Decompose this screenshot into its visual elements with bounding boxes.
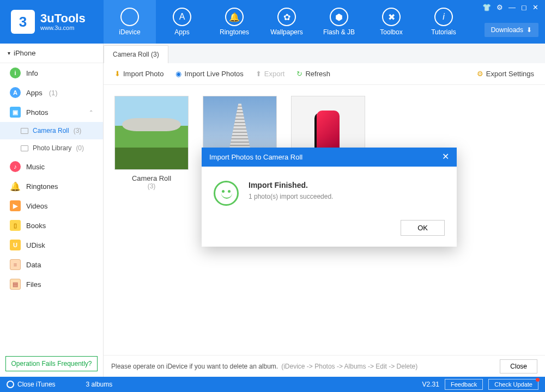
tshirt-icon[interactable]: 👕 xyxy=(482,3,491,11)
nav-flash-jb[interactable]: ⬢Flash & JB xyxy=(313,0,365,44)
folder-icon xyxy=(21,145,28,151)
dialog-heading: Import Finished. xyxy=(249,181,333,189)
book-icon: ▯ xyxy=(10,220,21,231)
apps-icon: A xyxy=(173,8,191,26)
info-icon: i xyxy=(434,8,453,26)
bell-icon: 🔔 xyxy=(225,8,244,26)
import-icon: ⬇ xyxy=(114,70,120,78)
minimize-icon[interactable]: — xyxy=(508,3,516,11)
dialog-close-icon[interactable]: ✕ xyxy=(442,153,449,161)
sidebar-item-data[interactable]: ≡Data xyxy=(0,255,103,274)
sidebar-item-files[interactable]: ▤Files xyxy=(0,274,103,294)
wallpaper-icon: ✿ xyxy=(277,8,296,26)
check-update-button[interactable]: Check Update xyxy=(488,379,538,390)
sidebar: ▾ iPhone iInfo AApps(1) ▣Photos⌃ Camera … xyxy=(0,44,104,377)
info-text: Please operate on iDevice if you want to… xyxy=(111,363,278,370)
import-live-photos-button[interactable]: ◉Import Live Photos xyxy=(171,68,247,80)
app-header: 3 3uTools www.3u.com iDevice AApps 🔔Ring… xyxy=(0,0,545,44)
settings-icon[interactable]: ⚙ xyxy=(496,3,503,11)
maximize-icon[interactable]: ◻ xyxy=(521,3,527,11)
sidebar-item-music[interactable]: ♪Music xyxy=(0,157,103,176)
folder-icon xyxy=(21,128,28,134)
downloads-button[interactable]: Downloads ⬇ xyxy=(485,23,538,37)
data-icon: ≡ xyxy=(10,259,21,270)
status-bar: Close iTunes 3 albums V2.31 Feedback Che… xyxy=(0,377,545,392)
box-icon: ⬢ xyxy=(330,8,348,26)
feedback-button[interactable]: Feedback xyxy=(445,379,483,390)
import-result-dialog: Import Photos to Camera Roll ✕ Import Fi… xyxy=(202,148,457,247)
dialog-message: 1 photo(s) import succeeded. xyxy=(249,193,333,200)
photos-icon: ▣ xyxy=(10,107,21,118)
success-icon xyxy=(214,181,239,206)
live-icon: ◉ xyxy=(175,70,181,78)
dialog-titlebar: Import Photos to Camera Roll ✕ xyxy=(202,148,457,167)
tab-camera-roll[interactable]: Camera Roll (3) xyxy=(104,45,168,63)
nav-wallpapers[interactable]: ✿Wallpapers xyxy=(261,0,313,44)
version-label: V2.31 xyxy=(422,381,439,388)
download-icon: ⬇ xyxy=(526,26,532,34)
refresh-icon: ↻ xyxy=(296,70,302,78)
export-icon: ⬆ xyxy=(256,70,262,78)
udisk-icon: U xyxy=(10,240,21,250)
close-itunes-link[interactable]: Close iTunes xyxy=(17,381,56,388)
apple-icon xyxy=(120,8,139,26)
nav-toolbox[interactable]: ✖Toolbox xyxy=(365,0,417,44)
import-photo-button[interactable]: ⬇Import Photo xyxy=(110,68,168,80)
ok-button[interactable]: OK xyxy=(401,220,445,236)
chevron-up-icon: ⌃ xyxy=(89,109,93,115)
sidebar-item-ringtones[interactable]: 🔔Ringtones xyxy=(0,176,103,196)
nav-ringtones[interactable]: 🔔Ringtones xyxy=(208,0,261,44)
gear-icon: ⚙ xyxy=(477,70,483,78)
help-link[interactable]: Operation Fails Frequently? xyxy=(5,356,98,371)
wrench-icon: ✖ xyxy=(382,8,401,26)
logo-block: 3 3uTools www.3u.com xyxy=(0,10,104,34)
refresh-button[interactable]: ↻Refresh xyxy=(292,68,335,80)
chevron-down-icon: ▾ xyxy=(8,50,10,56)
top-nav: iDevice AApps 🔔Ringtones ✿Wallpapers ⬢Fl… xyxy=(104,0,470,44)
sidebar-sub-camera-roll[interactable]: Camera Roll(3) xyxy=(0,122,103,139)
apps-icon: A xyxy=(10,87,21,98)
app-url: www.3u.com xyxy=(40,24,86,31)
tab-strip: Camera Roll (3) xyxy=(104,44,545,63)
device-selector[interactable]: ▾ iPhone xyxy=(0,44,103,63)
itunes-status-icon xyxy=(7,381,14,388)
bell-icon: 🔔 xyxy=(10,181,21,192)
info-icon: i xyxy=(10,68,21,78)
album-thumb[interactable]: Camera Roll (3) xyxy=(114,96,189,190)
sidebar-item-videos[interactable]: ▶Videos xyxy=(0,196,103,216)
nav-idevice[interactable]: iDevice xyxy=(104,0,156,44)
export-settings-button[interactable]: ⚙Export Settings xyxy=(473,68,538,80)
sidebar-item-books[interactable]: ▯Books xyxy=(0,216,103,235)
sidebar-item-udisk[interactable]: UUDisk xyxy=(0,235,103,255)
info-strip: Please operate on iDevice if you want to… xyxy=(104,355,545,377)
app-logo-icon: 3 xyxy=(11,10,35,34)
album-name: Camera Roll xyxy=(132,174,171,182)
toolbar: ⬇Import Photo ◉Import Live Photos ⬆Expor… xyxy=(104,63,545,85)
sidebar-item-info[interactable]: iInfo xyxy=(0,63,103,83)
info-hint: (iDevice -> Photos -> Albums -> Edit -> … xyxy=(281,363,417,370)
music-icon: ♪ xyxy=(10,161,21,172)
export-button: ⬆Export xyxy=(251,68,289,80)
update-badge xyxy=(536,378,540,382)
sidebar-item-apps[interactable]: AApps(1) xyxy=(0,83,103,102)
close-button[interactable]: Close xyxy=(500,359,537,373)
close-icon[interactable]: ✕ xyxy=(532,3,538,11)
album-count: (3) xyxy=(148,182,156,190)
video-icon: ▶ xyxy=(10,200,21,211)
sidebar-sub-photo-library[interactable]: Photo Library(0) xyxy=(0,139,103,157)
sidebar-item-photos[interactable]: ▣Photos⌃ xyxy=(0,102,103,122)
nav-apps[interactable]: AApps xyxy=(156,0,208,44)
album-image xyxy=(114,96,189,170)
nav-tutorials[interactable]: iTutorials xyxy=(417,0,470,44)
device-name: iPhone xyxy=(14,49,35,57)
app-name: 3uTools xyxy=(40,13,86,24)
window-controls: 👕 ⚙ — ◻ ✕ xyxy=(482,3,538,11)
albums-count: 3 albums xyxy=(86,381,113,388)
files-icon: ▤ xyxy=(10,279,21,290)
dialog-title: Import Photos to Camera Roll xyxy=(209,153,302,161)
